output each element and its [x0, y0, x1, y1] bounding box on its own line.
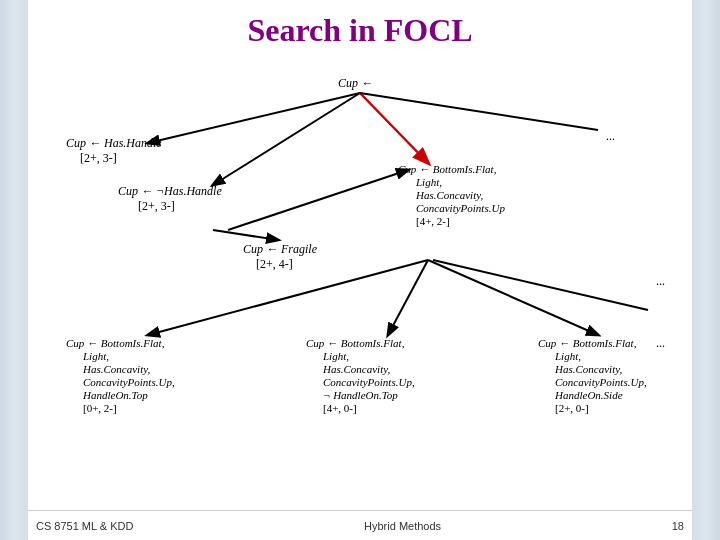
svg-text:[2+, 3-]: [2+, 3-]: [80, 151, 117, 165]
node-handle-onside: Cup ← BottomIs.Flat,: [538, 337, 637, 349]
svg-line-1: [213, 93, 360, 185]
svg-text:[2+, 0-]: [2+, 0-]: [555, 402, 589, 414]
svg-text:ConcavityPoints.Up,: ConcavityPoints.Up,: [83, 376, 175, 388]
dots-top-right: ...: [606, 129, 615, 143]
svg-text:ConcavityPoints.Up: ConcavityPoints.Up: [416, 202, 505, 214]
node-not-has-handle: Cup ← ¬Has.Handle: [118, 184, 222, 198]
footer-left: CS 8751 ML & KDD: [36, 520, 133, 532]
bg-left-panel: [0, 0, 28, 540]
page: Search in FOCL .node-text { font-family:…: [0, 0, 720, 540]
bg-right-panel: [692, 0, 720, 540]
svg-text:Light,: Light,: [82, 350, 109, 362]
svg-line-5: [228, 170, 408, 230]
svg-text:Has.Concavity,: Has.Concavity,: [415, 189, 483, 201]
root-node: Cup ←: [338, 76, 373, 90]
svg-line-2: [360, 93, 428, 163]
svg-line-8: [428, 260, 598, 335]
svg-text:[4+, 0-]: [4+, 0-]: [323, 402, 357, 414]
svg-text:HandleOn.Top: HandleOn.Top: [82, 389, 148, 401]
node-handle-ontop: Cup ← BottomIs.Flat,: [66, 337, 165, 349]
node-not-handle-ontop: Cup ← BottomIs.Flat,: [306, 337, 405, 349]
svg-line-9: [433, 260, 648, 310]
footer: CS 8751 ML & KDD Hybrid Methods 18: [28, 510, 692, 540]
svg-text:Light,: Light,: [554, 350, 581, 362]
page-title: Search in FOCL: [247, 12, 472, 49]
svg-text:[2+, 4-]: [2+, 4-]: [256, 257, 293, 271]
footer-right: 18: [672, 520, 684, 532]
dots-middle-right: ...: [656, 274, 665, 288]
svg-text:HandleOn.Side: HandleOn.Side: [554, 389, 623, 401]
diagram: .node-text { font-family: 'Times New Rom…: [28, 55, 692, 475]
node-bottom-flat-top: Cup ← BottomIs.Flat,: [398, 163, 497, 175]
svg-text:ConcavityPoints.Up,: ConcavityPoints.Up,: [555, 376, 647, 388]
svg-line-6: [148, 260, 428, 335]
svg-text:Light,: Light,: [322, 350, 349, 362]
svg-text:Has.Concavity,: Has.Concavity,: [554, 363, 622, 375]
node-fragile: Cup ← Fragile: [243, 242, 318, 256]
svg-line-3: [360, 93, 598, 130]
svg-line-7: [388, 260, 428, 335]
svg-line-0: [148, 93, 360, 143]
footer-center: Hybrid Methods: [364, 520, 441, 532]
svg-text:Has.Concavity,: Has.Concavity,: [82, 363, 150, 375]
svg-text:[0+, 2-]: [0+, 2-]: [83, 402, 117, 414]
dots-bottom-right: ...: [656, 336, 665, 350]
svg-text:[2+, 3-]: [2+, 3-]: [138, 199, 175, 213]
svg-text:Light,: Light,: [415, 176, 442, 188]
svg-text:Has.Concavity,: Has.Concavity,: [322, 363, 390, 375]
node-has-handle: Cup ← Has.Handle: [66, 136, 162, 150]
svg-text:[4+, 2-]: [4+, 2-]: [416, 215, 450, 227]
svg-text:ConcavityPoints.Up,: ConcavityPoints.Up,: [323, 376, 415, 388]
svg-line-4: [213, 230, 278, 240]
svg-text:¬ HandleOn.Top: ¬ HandleOn.Top: [323, 389, 398, 401]
